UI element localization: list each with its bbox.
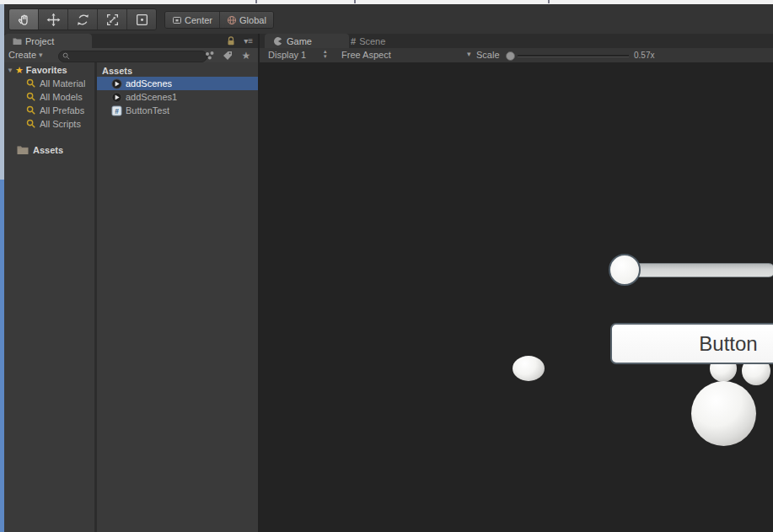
search-favorite-icon bbox=[26, 105, 36, 116]
favorites-header: Favorites bbox=[26, 65, 67, 75]
assets-list-header: Assets bbox=[102, 66, 132, 76]
project-favorites-column: ▼ ★ Favorites All Material All Models Al… bbox=[4, 62, 94, 532]
rotate-tool-button[interactable] bbox=[68, 9, 98, 30]
display-selector[interactable]: Display 1 bbox=[268, 50, 306, 60]
game-viewport[interactable]: Button bbox=[458, 180, 773, 502]
folder-tab-icon bbox=[13, 37, 22, 46]
game-ui-slider-track[interactable] bbox=[631, 263, 773, 277]
scale-slider-track[interactable] bbox=[518, 55, 629, 57]
project-panel-tabbar: Project ▾≡ bbox=[4, 34, 258, 48]
search-favorite-icon bbox=[26, 119, 36, 129]
scale-tool-button[interactable] bbox=[98, 9, 127, 30]
saved-search-star-button[interactable]: ★ bbox=[237, 49, 255, 62]
game-view-controlbar: Display 1 ▴▾ Free Aspect ▾ Scale 0.57x bbox=[260, 48, 773, 63]
tab-scene-label: Scene bbox=[359, 36, 385, 46]
search-icon bbox=[62, 52, 70, 60]
unity-scene-icon bbox=[111, 92, 122, 103]
search-favorite-icon bbox=[26, 78, 36, 89]
sphere-object bbox=[691, 381, 756, 446]
search-field[interactable] bbox=[58, 51, 207, 62]
svg-text:#: # bbox=[115, 106, 119, 115]
folder-icon bbox=[17, 145, 29, 155]
search-by-type-button[interactable] bbox=[200, 49, 218, 62]
csharp-script-icon: # bbox=[111, 105, 122, 116]
aspect-chevron-down-icon[interactable]: ▾ bbox=[467, 50, 471, 58]
hand-tool-button[interactable] bbox=[9, 9, 39, 30]
display-updown-icon[interactable]: ▴▾ bbox=[324, 49, 327, 59]
asset-row-addscenes1[interactable]: addScenes1 bbox=[97, 90, 258, 104]
move-icon bbox=[46, 13, 61, 27]
sphere-object bbox=[513, 356, 545, 381]
game-view-icon bbox=[273, 36, 283, 46]
panel-menu-icon[interactable]: ▾≡ bbox=[244, 35, 253, 47]
assets-folder-row[interactable]: Assets bbox=[4, 143, 94, 157]
transform-toolbar bbox=[8, 8, 157, 30]
pivot-center-button[interactable]: Center bbox=[165, 12, 220, 28]
search-favorite-icon bbox=[26, 92, 36, 102]
game-ui-button[interactable]: Button bbox=[610, 323, 773, 364]
favorites-header-row[interactable]: ▼ ★ Favorites bbox=[4, 63, 94, 77]
tab-game-label: Game bbox=[287, 36, 312, 46]
project-assets-column: Assets addScenes addScenes1 # ButtonTest bbox=[97, 62, 258, 532]
favorite-item-all-material[interactable]: All Material bbox=[4, 77, 94, 90]
game-panel-tabbar: Game # Scene bbox=[260, 34, 773, 48]
unity-scene-icon bbox=[111, 78, 122, 89]
favorite-item-all-scripts[interactable]: All Scripts bbox=[4, 117, 94, 131]
tab-project[interactable]: Project bbox=[4, 34, 92, 48]
create-label: Create bbox=[8, 50, 36, 60]
aspect-selector[interactable]: Free Aspect bbox=[341, 50, 391, 60]
project-toolbar: Create ▾ ★ bbox=[4, 48, 258, 63]
scale-icon bbox=[105, 13, 120, 27]
move-tool-button[interactable] bbox=[39, 9, 68, 30]
favorite-item-all-models[interactable]: All Models bbox=[4, 90, 94, 104]
tab-game[interactable]: Game bbox=[265, 34, 349, 48]
scale-slider-knob[interactable] bbox=[506, 51, 515, 61]
search-by-label-button[interactable] bbox=[218, 49, 237, 62]
pivot-center-label: Center bbox=[185, 15, 212, 25]
orientation-global-button[interactable]: Global bbox=[220, 12, 273, 28]
foldout-triangle-icon[interactable]: ▼ bbox=[7, 67, 13, 74]
scale-label: Scale bbox=[476, 50, 500, 60]
game-ui-button-label: Button bbox=[699, 332, 757, 356]
hand-icon bbox=[17, 13, 31, 27]
asset-row-buttontest[interactable]: # ButtonTest bbox=[97, 104, 258, 117]
asset-row-addscenes[interactable]: addScenes bbox=[97, 77, 258, 90]
chevron-down-icon: ▾ bbox=[39, 51, 43, 59]
unity-editor-window: Center Global Project ▾≡ Create ▾ bbox=[4, 4, 773, 532]
globe-icon bbox=[227, 15, 237, 25]
lock-icon[interactable] bbox=[226, 35, 236, 46]
orientation-global-label: Global bbox=[239, 15, 266, 25]
scale-value: 0.57x bbox=[634, 51, 654, 60]
tab-project-label: Project bbox=[25, 36, 54, 46]
rect-tool-button[interactable] bbox=[127, 9, 156, 30]
artifact-mark bbox=[354, 0, 356, 3]
assets-folder-label: Assets bbox=[33, 145, 63, 155]
tab-scene[interactable]: # Scene bbox=[351, 34, 385, 48]
scene-grid-icon: # bbox=[351, 36, 356, 46]
pivot-orientation-group: Center Global bbox=[164, 11, 274, 29]
rotate-icon bbox=[76, 13, 90, 27]
search-input[interactable] bbox=[72, 52, 191, 61]
assets-list-header-row: Assets bbox=[97, 64, 258, 78]
favorites-star-icon: ★ bbox=[15, 65, 24, 76]
create-button[interactable]: Create ▾ bbox=[8, 50, 43, 60]
artifact-mark bbox=[548, 0, 550, 3]
favorite-item-all-prefabs[interactable]: All Prefabs bbox=[4, 104, 94, 117]
game-view-area: Button bbox=[260, 62, 773, 532]
game-ui-slider-handle[interactable] bbox=[609, 254, 641, 286]
rect-tool-icon bbox=[135, 13, 149, 27]
artifact-mark bbox=[255, 0, 257, 3]
pivot-icon bbox=[172, 15, 182, 25]
